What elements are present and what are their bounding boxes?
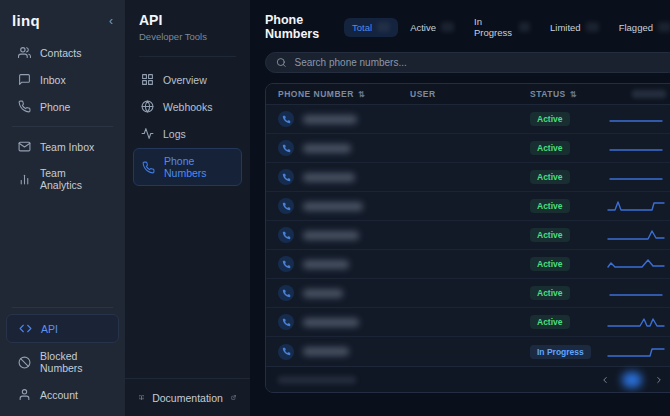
nav-item-blocked-numbers[interactable]: Blocked Numbers <box>6 343 119 381</box>
developer-nav: OverviewWebhooksLogsPhone Numbers <box>125 65 250 188</box>
usage-sparkline <box>606 198 666 214</box>
status-filter-tabs: TotalActiveIn ProgressLimitedFlagged <box>344 12 670 42</box>
row-phone-icon <box>278 111 294 127</box>
row-phone-icon <box>278 285 294 301</box>
nav-item-inbox[interactable]: Inbox <box>6 66 119 93</box>
status-badge: Active <box>530 112 570 126</box>
phone-numbers-icon <box>142 161 155 174</box>
nav-item-label: Team Analytics <box>40 167 107 191</box>
tab-label: Flagged <box>619 22 653 33</box>
nav-item-label: Phone <box>40 101 70 113</box>
results-summary-redacted <box>278 376 356 384</box>
status-badge: Active <box>530 286 570 300</box>
column-header-user[interactable]: USER <box>410 89 530 99</box>
primary-nav: ContactsInboxPhone <box>0 39 125 120</box>
developer-sidebar: API Developer Tools OverviewWebhooksLogs… <box>125 0 250 416</box>
current-page-indicator-redacted[interactable] <box>622 372 642 388</box>
status-badge: In Progress <box>530 345 591 359</box>
nav-item-team-analytics[interactable]: Team Analytics <box>6 160 119 198</box>
pagination <box>598 372 666 388</box>
team-nav: Team InboxTeam Analytics <box>0 133 125 198</box>
search-bar[interactable] <box>265 52 670 73</box>
overview-icon <box>141 73 154 86</box>
tab-label: In Progress <box>474 16 514 38</box>
webhooks-icon <box>141 100 154 113</box>
dev-sidebar-title: API <box>139 12 236 28</box>
phone-number-redacted <box>303 202 363 211</box>
nav-item-contacts[interactable]: Contacts <box>6 39 119 66</box>
logo-row: linq ‹ <box>0 10 125 39</box>
sort-icon[interactable]: ⇅ <box>570 90 577 99</box>
app-window: linq ‹ ContactsInboxPhone Team InboxTeam… <box>0 0 670 416</box>
status-badge: Active <box>530 315 570 329</box>
documentation-icon <box>139 391 144 404</box>
nav-item-label: Overview <box>163 74 207 86</box>
nav-item-webhooks[interactable]: Webhooks <box>133 94 242 119</box>
usage-sparkline <box>606 111 666 127</box>
nav-item-overview[interactable]: Overview <box>133 67 242 92</box>
nav-item-phone[interactable]: Phone <box>6 93 119 120</box>
logs-icon <box>141 127 154 140</box>
table-row[interactable]: Active <box>266 221 670 250</box>
usage-sparkline <box>606 169 666 185</box>
column-header-status[interactable]: STATUS ⇅ <box>530 89 606 99</box>
row-phone-icon <box>278 140 294 156</box>
tab-label: Total <box>352 22 372 33</box>
row-phone-icon <box>278 256 294 272</box>
previous-page-button[interactable] <box>598 373 612 387</box>
status-badge: Active <box>530 170 570 184</box>
tab-active[interactable]: Active <box>402 18 462 37</box>
table-row[interactable]: Active <box>266 163 670 192</box>
nav-item-label: Account <box>40 389 78 401</box>
nav-item-api[interactable]: API <box>6 314 119 343</box>
sidebar-collapse-button[interactable]: ‹ <box>109 14 113 28</box>
table-row[interactable]: Active <box>266 279 670 308</box>
nav-item-phone-numbers[interactable]: Phone Numbers <box>133 148 242 186</box>
next-page-button[interactable] <box>652 373 666 387</box>
nav-item-account[interactable]: Account <box>6 381 119 408</box>
phone-number-redacted <box>303 318 359 327</box>
table-row[interactable]: Active <box>266 308 670 337</box>
primary-sidebar: linq ‹ ContactsInboxPhone Team InboxTeam… <box>0 0 125 416</box>
nav-item-team-inbox[interactable]: Team Inbox <box>6 133 119 160</box>
search-input[interactable] <box>294 57 668 68</box>
tab-in-progress[interactable]: In Progress <box>466 12 538 42</box>
blocked-numbers-icon <box>18 356 31 369</box>
table-row[interactable]: Active <box>266 192 670 221</box>
tab-flagged[interactable]: Flagged <box>611 18 670 37</box>
developer-sidebar-header: API Developer Tools <box>125 12 250 48</box>
row-phone-icon <box>278 198 294 214</box>
table-row[interactable]: Active <box>266 105 670 134</box>
table-body: Active Active Active Active <box>266 105 670 366</box>
phone-number-redacted <box>303 144 351 153</box>
tab-label: Limited <box>550 22 581 33</box>
sidebar-divider-bottom <box>12 307 113 308</box>
tab-label: Active <box>410 22 436 33</box>
table-row[interactable]: In Progress <box>266 337 670 366</box>
documentation-link[interactable]: Documentation <box>125 378 250 416</box>
tab-count-redacted <box>519 22 530 32</box>
nav-item-logs[interactable]: Logs <box>133 121 242 146</box>
usage-sparkline <box>606 227 666 243</box>
main-content: Phone Numbers TotalActiveIn ProgressLimi… <box>250 0 670 416</box>
tab-limited[interactable]: Limited <box>542 18 607 37</box>
table-header-row: PHONE NUMBER ⇅ USER STATUS ⇅ <box>266 84 670 105</box>
search-icon <box>276 57 286 68</box>
table-footer <box>266 366 670 392</box>
table-row[interactable]: Active <box>266 134 670 163</box>
row-phone-icon <box>278 314 294 330</box>
row-phone-icon <box>278 169 294 185</box>
sort-icon[interactable]: ⇅ <box>358 90 365 99</box>
tab-count-redacted <box>441 22 454 32</box>
column-header-phone-number[interactable]: PHONE NUMBER ⇅ <box>278 89 410 99</box>
nav-item-label: Phone Numbers <box>164 155 233 179</box>
table-row[interactable]: Active <box>266 250 670 279</box>
usage-sparkline <box>606 285 666 301</box>
nav-item-label: API <box>41 323 58 335</box>
status-badge: Active <box>530 257 570 271</box>
usage-sparkline <box>606 140 666 156</box>
tab-total[interactable]: Total <box>344 18 398 37</box>
status-badge: Active <box>530 199 570 213</box>
nav-item-label: Inbox <box>40 74 66 86</box>
nav-item-label: Logs <box>163 128 186 140</box>
